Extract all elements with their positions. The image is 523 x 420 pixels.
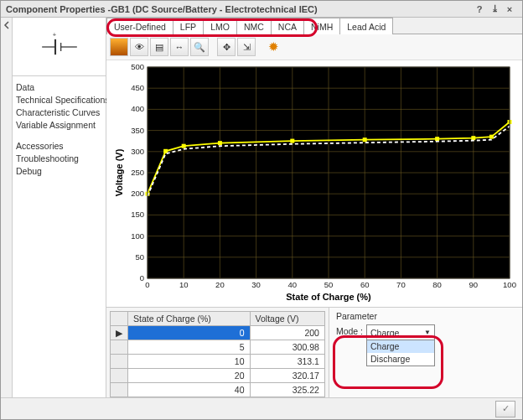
- pin-button[interactable]: ⤓: [487, 3, 502, 14]
- check-icon: ✓: [502, 403, 510, 414]
- row-header-blank: [111, 312, 128, 326]
- svg-rect-33: [363, 137, 367, 142]
- svg-text:150: 150: [131, 210, 144, 219]
- battery-symbol-icon: +: [39, 30, 80, 64]
- nav-item-troubleshooting[interactable]: Troubleshooting: [16, 153, 102, 165]
- cell-voltage[interactable]: 200: [250, 326, 324, 340]
- table-row[interactable]: 40325.22: [111, 383, 325, 397]
- cell-soc[interactable]: 0: [128, 326, 251, 340]
- data-grid: State of Charge (%) Voltage (V) ▶0200530…: [106, 308, 329, 397]
- tab-lfp[interactable]: LFP: [173, 18, 204, 34]
- cell-soc[interactable]: 10: [128, 355, 251, 369]
- layers-icon[interactable]: ▤: [150, 38, 168, 56]
- svg-text:10: 10: [179, 280, 189, 289]
- row-marker: [111, 340, 128, 355]
- help-button[interactable]: ?: [472, 4, 487, 14]
- data-table[interactable]: State of Charge (%) Voltage (V) ▶0200530…: [110, 311, 325, 397]
- tab-lead-acid[interactable]: Lead Acid: [339, 18, 393, 34]
- svg-rect-30: [182, 144, 186, 148]
- svg-rect-31: [218, 141, 222, 145]
- param-group-label: Parameter: [336, 311, 515, 321]
- svg-text:100: 100: [503, 280, 516, 289]
- chart-toolbar: 👁 ▤ ↔ 🔍 ✥ ⇲ ✹: [106, 34, 522, 60]
- cell-voltage[interactable]: 300.98: [250, 340, 324, 355]
- chart-area: 0102030405060708090100050100150200250300…: [106, 60, 522, 307]
- voltage-soc-chart[interactable]: 0102030405060708090100050100150200250300…: [110, 62, 517, 305]
- svg-text:0: 0: [145, 280, 149, 289]
- row-marker: ▶: [111, 326, 128, 340]
- cell-voltage[interactable]: 320.17: [250, 369, 324, 383]
- tab-nimh[interactable]: NiMH: [303, 18, 340, 34]
- row-marker: [111, 369, 128, 383]
- gear-icon[interactable]: ✹: [264, 38, 282, 56]
- nav-item-curves[interactable]: Characteristic Curves: [16, 106, 102, 119]
- svg-text:450: 450: [131, 83, 144, 92]
- svg-text:+: +: [52, 31, 56, 39]
- nav-item-varassign[interactable]: Variable Assignment: [16, 119, 102, 132]
- svg-text:400: 400: [131, 104, 144, 113]
- table-row[interactable]: 10313.1: [111, 355, 325, 369]
- close-button[interactable]: ×: [502, 4, 517, 14]
- titlebar: Component Properties -GB1 (DC Source/Bat…: [1, 1, 522, 18]
- svg-text:20: 20: [215, 280, 225, 289]
- parameter-panel: Parameter Mode : Charge ▼ Charge Dischar…: [329, 308, 522, 397]
- chevron-left-icon: [3, 21, 11, 29]
- table-row[interactable]: ▶0200: [111, 326, 325, 340]
- cell-voltage[interactable]: 313.1: [250, 355, 324, 369]
- row-marker: [111, 383, 128, 397]
- tab-nmc[interactable]: NMC: [236, 18, 272, 34]
- table-row[interactable]: 5300.98: [111, 340, 325, 355]
- pan-icon[interactable]: ✥: [217, 38, 236, 56]
- chevron-down-icon: ▼: [424, 329, 431, 336]
- svg-text:80: 80: [432, 280, 442, 289]
- svg-text:State of Charge (%): State of Charge (%): [286, 292, 371, 302]
- eye-icon[interactable]: 👁: [130, 38, 148, 56]
- sidebar: + Data Technical Specifications Characte…: [13, 18, 106, 397]
- cell-soc[interactable]: 20: [128, 369, 251, 383]
- col-voltage[interactable]: Voltage (V): [250, 312, 324, 326]
- nav-item-accessories[interactable]: Accessories: [16, 140, 102, 153]
- mode-option-discharge[interactable]: Discharge: [367, 353, 434, 366]
- dialog-window: Component Properties -GB1 (DC Source/Bat…: [0, 0, 523, 420]
- cell-soc[interactable]: 5: [128, 340, 251, 355]
- svg-text:70: 70: [396, 280, 406, 289]
- svg-rect-35: [471, 136, 475, 140]
- main-panel: User-Defined LFP LMO NMC NCA NiMH Lead A…: [106, 18, 522, 397]
- nav-item-techspec[interactable]: Technical Specifications: [16, 94, 102, 106]
- svg-text:500: 500: [131, 62, 144, 71]
- mode-dropdown-list: Charge Discharge: [367, 340, 434, 366]
- mode-option-charge[interactable]: Charge: [367, 340, 434, 353]
- zoom-icon[interactable]: 🔍: [190, 38, 209, 56]
- tab-lmo[interactable]: LMO: [203, 18, 237, 34]
- svg-text:60: 60: [360, 280, 370, 289]
- export-icon[interactable]: ⇲: [237, 38, 256, 56]
- svg-rect-34: [435, 137, 439, 141]
- component-symbol: +: [13, 18, 106, 76]
- svg-text:40: 40: [288, 280, 298, 289]
- tab-user-defined[interactable]: User-Defined: [106, 18, 173, 34]
- fit-icon[interactable]: ↔: [170, 38, 189, 56]
- tab-nca[interactable]: NCA: [271, 18, 304, 34]
- cell-voltage[interactable]: 325.22: [250, 383, 324, 397]
- svg-text:30: 30: [251, 280, 261, 289]
- svg-text:100: 100: [131, 231, 144, 241]
- svg-rect-32: [290, 139, 294, 143]
- battery-type-tabs: User-Defined LFP LMO NMC NCA NiMH Lead A…: [106, 18, 522, 34]
- mode-combobox[interactable]: Charge ▼ Charge Discharge: [366, 324, 435, 366]
- svg-text:90: 90: [469, 280, 479, 289]
- mode-value: Charge: [370, 328, 399, 338]
- nav-item-debug[interactable]: Debug: [16, 165, 102, 178]
- lower-panel: State of Charge (%) Voltage (V) ▶0200530…: [106, 307, 522, 397]
- svg-text:50: 50: [135, 252, 144, 262]
- col-soc[interactable]: State of Charge (%): [128, 312, 251, 326]
- dialog-body: + Data Technical Specifications Characte…: [1, 18, 522, 397]
- row-marker: [111, 355, 128, 369]
- table-row[interactable]: 20320.17: [111, 369, 325, 383]
- mode-label: Mode :: [336, 324, 363, 336]
- chart-style-icon[interactable]: [110, 38, 128, 56]
- cell-soc[interactable]: 40: [128, 383, 251, 397]
- nav-item-data[interactable]: Data: [16, 81, 102, 94]
- expand-handle[interactable]: [1, 18, 13, 397]
- svg-text:300: 300: [131, 147, 144, 156]
- ok-button[interactable]: ✓: [495, 401, 515, 417]
